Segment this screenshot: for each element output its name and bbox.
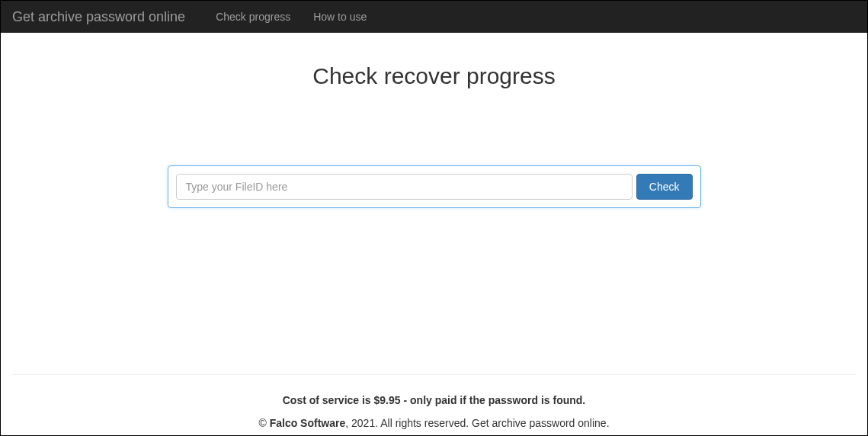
- fileid-input[interactable]: [176, 174, 633, 200]
- footer: Cost of service is $9.95 - only paid if …: [1, 374, 867, 435]
- footer-divider: [12, 374, 856, 375]
- footer-cost-line: Cost of service is $9.95 - only paid if …: [1, 394, 867, 406]
- main-container: Check recover progress Check: [15, 63, 854, 208]
- nav-link-check-progress[interactable]: Check progress: [204, 11, 302, 23]
- check-form-panel: Check: [168, 165, 701, 208]
- footer-company: Falco Software: [270, 417, 346, 429]
- footer-copyright: © Falco Software, 2021. All rights reser…: [1, 417, 867, 429]
- check-button[interactable]: Check: [636, 174, 693, 200]
- footer-rights: , 2021. All rights reserved. Get archive…: [345, 417, 609, 429]
- navbar-brand[interactable]: Get archive password online: [12, 9, 197, 25]
- navbar: Get archive password online Check progre…: [1, 1, 867, 33]
- copyright-symbol: ©: [258, 417, 269, 429]
- nav-link-how-to-use[interactable]: How to use: [302, 11, 378, 23]
- page-title: Check recover progress: [27, 63, 842, 89]
